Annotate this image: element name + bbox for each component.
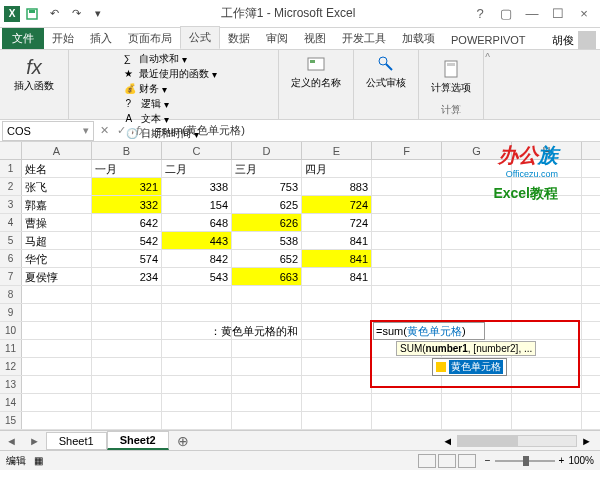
cell[interactable]: 648 <box>162 214 232 231</box>
cell[interactable]: 724 <box>302 196 372 213</box>
autocomplete-suggestion[interactable]: 黄色单元格 <box>432 358 507 376</box>
sheet-nav-prev-icon[interactable]: ◄ <box>0 435 23 447</box>
insert-function-button[interactable]: fx 插入函数 <box>6 52 62 97</box>
col-header[interactable]: A <box>22 142 92 159</box>
zoom-out-icon[interactable]: − <box>485 455 491 466</box>
cell[interactable]: 538 <box>232 232 302 249</box>
sheet-nav-next-icon[interactable]: ► <box>23 435 46 447</box>
cell[interactable]: 332 <box>92 196 162 213</box>
ribbon-options-icon[interactable]: ▢ <box>494 4 518 24</box>
row-header[interactable]: 6 <box>0 250 22 267</box>
cell[interactable] <box>372 214 442 231</box>
row-header[interactable]: 12 <box>0 358 22 375</box>
cell[interactable] <box>372 232 442 249</box>
cell[interactable] <box>372 196 442 213</box>
cell[interactable]: 663 <box>232 268 302 285</box>
row-header[interactable]: 3 <box>0 196 22 213</box>
view-pagebreak-icon[interactable] <box>458 454 476 468</box>
cell[interactable]: 543 <box>162 268 232 285</box>
minimize-icon[interactable]: — <box>520 4 544 24</box>
zoom-slider[interactable] <box>495 460 555 462</box>
cell[interactable]: 二月 <box>162 160 232 177</box>
help-icon[interactable]: ? <box>468 4 492 24</box>
sheet-tab[interactable]: Sheet1 <box>46 432 107 450</box>
user-name[interactable]: 胡俊 <box>552 33 574 48</box>
add-sheet-icon[interactable]: ⊕ <box>169 433 197 449</box>
cell[interactable] <box>442 250 512 267</box>
cell[interactable] <box>512 214 582 231</box>
col-header[interactable]: E <box>302 142 372 159</box>
row-header[interactable]: 10 <box>0 322 22 339</box>
cell[interactable]: 625 <box>232 196 302 213</box>
row-header[interactable]: 9 <box>0 304 22 321</box>
cell[interactable] <box>372 250 442 267</box>
cancel-formula-icon[interactable]: ✕ <box>96 124 113 137</box>
cell[interactable] <box>372 160 442 177</box>
tab-addins[interactable]: 加载项 <box>394 28 443 49</box>
tab-developer[interactable]: 开发工具 <box>334 28 394 49</box>
name-box[interactable]: COS▾ <box>2 121 94 141</box>
sheet-tab[interactable]: Sheet2 <box>107 431 169 450</box>
row-header[interactable]: 4 <box>0 214 22 231</box>
cell[interactable]: 四月 <box>302 160 372 177</box>
row-header[interactable]: 14 <box>0 394 22 411</box>
cell[interactable]: 842 <box>162 250 232 267</box>
undo-icon[interactable]: ↶ <box>44 4 64 24</box>
hscroll-right-icon[interactable]: ► <box>577 435 596 447</box>
financial-button[interactable]: 💰财务 ▾ <box>122 82 226 96</box>
cell[interactable]: 张飞 <box>22 178 92 195</box>
cell-label[interactable]: 黄色单元格的和： <box>232 322 302 339</box>
row-header[interactable]: 2 <box>0 178 22 195</box>
cell[interactable]: 626 <box>232 214 302 231</box>
col-header[interactable]: B <box>92 142 162 159</box>
save-icon[interactable] <box>22 4 42 24</box>
cell-editing[interactable]: =sum(黄色单元格) <box>373 322 485 340</box>
cell[interactable]: 马超 <box>22 232 92 249</box>
cell[interactable]: 华佗 <box>22 250 92 267</box>
cell[interactable] <box>372 268 442 285</box>
row-header[interactable]: 13 <box>0 376 22 393</box>
cell[interactable]: 753 <box>232 178 302 195</box>
cell[interactable]: 642 <box>92 214 162 231</box>
tab-powerpivot[interactable]: POWERPIVOT <box>443 31 534 49</box>
cell[interactable]: 曹操 <box>22 214 92 231</box>
hscroll-left-icon[interactable]: ◄ <box>438 435 457 447</box>
maximize-icon[interactable]: ☐ <box>546 4 570 24</box>
cell[interactable]: 652 <box>232 250 302 267</box>
zoom-in-icon[interactable]: + <box>559 455 565 466</box>
row-header[interactable]: 11 <box>0 340 22 357</box>
cell[interactable]: 三月 <box>232 160 302 177</box>
row-header[interactable]: 15 <box>0 412 22 429</box>
col-header[interactable]: C <box>162 142 232 159</box>
fx-bar-icon[interactable]: fx <box>130 124 151 138</box>
cell[interactable]: 443 <box>162 232 232 249</box>
tab-layout[interactable]: 页面布局 <box>120 28 180 49</box>
defined-names-button[interactable]: 定义的名称 <box>285 52 347 92</box>
recent-functions-button[interactable]: ★最近使用的函数 ▾ <box>122 67 226 81</box>
cell[interactable]: 841 <box>302 232 372 249</box>
row-header[interactable]: 1 <box>0 160 22 177</box>
cell[interactable]: 574 <box>92 250 162 267</box>
cell[interactable] <box>512 250 582 267</box>
macro-record-icon[interactable]: ▦ <box>34 455 43 466</box>
avatar[interactable] <box>578 31 596 49</box>
zoom-level[interactable]: 100% <box>568 455 594 466</box>
redo-icon[interactable]: ↷ <box>66 4 86 24</box>
tab-data[interactable]: 数据 <box>220 28 258 49</box>
collapse-ribbon-icon[interactable]: ^ <box>485 52 490 63</box>
cell[interactable]: 724 <box>302 214 372 231</box>
logical-button[interactable]: ?逻辑 ▾ <box>124 97 224 111</box>
row-header[interactable]: 7 <box>0 268 22 285</box>
cell[interactable]: 841 <box>302 268 372 285</box>
tab-file[interactable]: 文件 <box>2 28 44 49</box>
row-header[interactable]: 8 <box>0 286 22 303</box>
row-header[interactable]: 5 <box>0 232 22 249</box>
calc-options-button[interactable]: 计算选项 <box>425 57 477 97</box>
cell[interactable]: 542 <box>92 232 162 249</box>
qat-dropdown-icon[interactable]: ▾ <box>88 4 108 24</box>
cell[interactable] <box>442 214 512 231</box>
tab-view[interactable]: 视图 <box>296 28 334 49</box>
view-normal-icon[interactable] <box>418 454 436 468</box>
cell[interactable]: 841 <box>302 250 372 267</box>
formula-bar[interactable]: =sum(黄色单元格) <box>151 123 600 138</box>
